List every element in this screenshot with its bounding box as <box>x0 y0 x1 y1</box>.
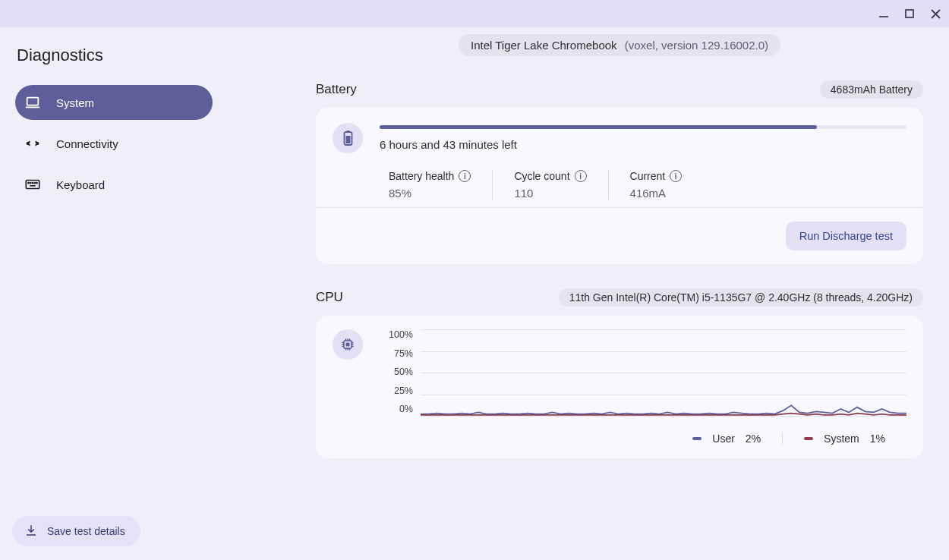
battery-section-title: Battery <box>316 82 357 97</box>
svg-rect-20 <box>346 343 348 345</box>
info-icon[interactable]: i <box>575 170 587 182</box>
sidebar-item-label: System <box>56 96 94 109</box>
laptop-icon <box>24 94 41 111</box>
svg-rect-18 <box>345 136 350 143</box>
battery-capacity-chip: 4683mAh Battery <box>820 80 923 99</box>
device-meta: (voxel, version 129.16002.0) <box>625 39 768 52</box>
battery-stats: Battery health i 85% Cycle count i 110 C… <box>333 167 906 207</box>
legend-label-system: System <box>824 433 859 445</box>
cpu-chart-ylabels: 100% 75% 50% 25% 0% <box>380 329 413 414</box>
sidebar: Diagnostics System Connectivity Keyboard… <box>0 27 213 560</box>
legend-value-system: 1% <box>870 433 885 445</box>
save-test-details-button[interactable]: Save test details <box>12 516 140 546</box>
sidebar-item-connectivity[interactable]: Connectivity <box>15 126 213 161</box>
download-icon <box>24 524 38 540</box>
legend-label-user: User <box>712 433 735 445</box>
connectivity-icon <box>24 135 41 152</box>
sidebar-item-label: Keyboard <box>56 178 105 191</box>
save-label: Save test details <box>47 525 125 537</box>
svg-point-14 <box>36 183 37 184</box>
current-label: Current <box>630 170 666 182</box>
cpu-usage-chart <box>421 329 906 416</box>
svg-point-12 <box>32 183 33 184</box>
window-titlebar <box>0 0 949 27</box>
cpu-card: 100% 75% 50% 25% 0% <box>316 316 923 458</box>
info-icon[interactable]: i <box>459 170 471 182</box>
app-title: Diagnostics <box>15 35 213 85</box>
cpu-section-title: CPU <box>316 290 343 305</box>
battery-card: 6 hours and 43 minutes left Battery heal… <box>316 108 923 264</box>
svg-point-11 <box>30 183 31 184</box>
svg-rect-1 <box>906 10 913 17</box>
device-info-chip: Intel Tiger Lake Chromebook (voxel, vers… <box>459 34 780 56</box>
keyboard-icon <box>24 176 41 193</box>
svg-point-13 <box>34 183 35 184</box>
sidebar-item-keyboard[interactable]: Keyboard <box>15 167 213 202</box>
close-button[interactable] <box>929 8 941 20</box>
svg-rect-8 <box>26 181 39 189</box>
info-icon[interactable]: i <box>670 170 682 182</box>
svg-rect-4 <box>27 98 39 105</box>
sidebar-item-label: Connectivity <box>56 137 118 150</box>
device-name: Intel Tiger Lake Chromebook <box>471 39 617 52</box>
battery-health-value: 85% <box>389 187 471 200</box>
svg-point-10 <box>28 183 29 184</box>
legend-swatch-user <box>692 437 702 440</box>
main-content: Intel Tiger Lake Chromebook (voxel, vers… <box>213 27 949 560</box>
battery-health-label: Battery health <box>389 170 454 182</box>
battery-time-remaining: 6 hours and 43 minutes left <box>380 138 906 151</box>
cycle-count-value: 110 <box>514 187 586 200</box>
current-value: 416mA <box>630 187 683 200</box>
cpu-model-chip: 11th Gen Intel(R) Core(TM) i5-1135G7 @ 2… <box>559 288 923 307</box>
battery-progress-fill <box>380 125 817 129</box>
legend-value-user: 2% <box>746 433 761 445</box>
legend-swatch-system <box>804 437 813 440</box>
battery-progress-bar <box>380 125 906 129</box>
chip-icon <box>333 329 363 360</box>
cycle-count-label: Cycle count <box>514 170 569 182</box>
battery-icon <box>333 123 363 153</box>
minimize-button[interactable] <box>878 8 890 20</box>
cpu-legend: User 2% System 1% <box>380 433 906 445</box>
sidebar-item-system[interactable]: System <box>15 85 213 120</box>
run-discharge-test-button[interactable]: Run Discharge test <box>786 222 906 250</box>
maximize-button[interactable] <box>903 8 916 20</box>
